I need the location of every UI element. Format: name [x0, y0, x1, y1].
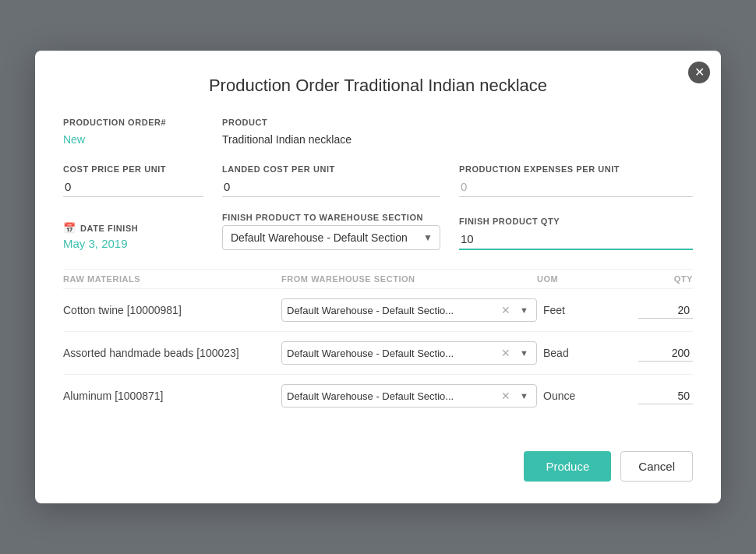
production-expenses-field: PRODUCTION EXPENSES PER UNIT [459, 164, 693, 197]
production-order-field: PRODUCTION ORDER# New [63, 118, 203, 149]
production-order-value: New [63, 130, 203, 149]
finish-qty-label: FINISH PRODUCT QTY [459, 217, 693, 226]
finish-qty-field: FINISH PRODUCT QTY [459, 217, 693, 250]
date-finish-value[interactable]: May 3, 2019 [63, 237, 203, 250]
table-header: RAW MATERIALS FROM WAREHOUSE SECTION UOM… [63, 269, 693, 288]
product-value: Traditional Indian necklace [222, 130, 440, 149]
col-from-warehouse-header: FROM WAREHOUSE SECTION [281, 274, 537, 284]
calendar-icon: 📅 [63, 222, 76, 234]
cancel-button[interactable]: Cancel [620, 451, 693, 482]
close-icon: ✕ [694, 66, 705, 79]
warehouse-dropdown-0[interactable]: ▼ [517, 304, 532, 316]
finish-warehouse-select-wrapper: Default Warehouse - Default Section ▼ [222, 225, 440, 250]
warehouse-combo-1[interactable]: Default Warehouse - Default Sectio... ✕ … [281, 341, 537, 365]
finish-qty-input[interactable] [459, 229, 693, 250]
material-name-1: Assorted handmade beads [100023] [63, 347, 281, 359]
warehouse-combo-2[interactable]: Default Warehouse - Default Sectio... ✕ … [281, 384, 537, 408]
uom-0: Feet [537, 304, 615, 316]
qty-input-1[interactable] [638, 345, 693, 362]
product-label: PRODUCT [222, 118, 440, 127]
date-finish-field: 📅 DATE FINISH May 3, 2019 [63, 222, 203, 250]
warehouse-combo-text-0: Default Warehouse - Default Sectio... [287, 305, 495, 316]
warehouse-clear-2[interactable]: ✕ [498, 388, 514, 404]
modal-dialog: ✕ Production Order Traditional Indian ne… [35, 51, 721, 503]
finish-warehouse-field: FINISH PRODUCT TO WAREHOUSE SECTION Defa… [222, 213, 440, 250]
warehouse-combo-text-2: Default Warehouse - Default Sectio... [287, 390, 495, 402]
warehouse-clear-1[interactable]: ✕ [498, 345, 514, 361]
table-row: Cotton twine [10000981] Default Warehous… [63, 288, 693, 331]
col-raw-materials-header: RAW MATERIALS [63, 274, 281, 284]
production-order-label: PRODUCTION ORDER# [63, 118, 203, 127]
warehouse-dropdown-2[interactable]: ▼ [517, 390, 532, 402]
col-qty-header: QTY [615, 274, 693, 284]
uom-1: Bead [537, 347, 615, 359]
cost-price-label: COST PRICE PER UNIT [63, 164, 203, 174]
warehouse-combo-text-1: Default Warehouse - Default Sectio... [287, 348, 495, 359]
landed-cost-label: LANDED COST PER UNIT [222, 164, 440, 174]
warehouse-clear-0[interactable]: ✕ [498, 302, 514, 318]
modal-footer: Produce Cancel [63, 442, 693, 482]
modal-title: Production Order Traditional Indian neck… [63, 76, 693, 96]
date-finish-label: DATE FINISH [80, 224, 138, 233]
cost-price-field: COST PRICE PER UNIT [63, 164, 203, 197]
material-name-2: Aluminum [1000871] [63, 390, 281, 402]
table-row: Aluminum [1000871] Default Warehouse - D… [63, 374, 693, 417]
cost-price-input[interactable] [63, 177, 203, 197]
col-uom-header: UOM [537, 274, 615, 284]
uom-2: Ounce [537, 390, 615, 402]
production-expenses-label: PRODUCTION EXPENSES PER UNIT [459, 164, 693, 174]
warehouse-dropdown-1[interactable]: ▼ [517, 347, 532, 359]
landed-cost-field: LANDED COST PER UNIT [222, 164, 440, 197]
warehouse-combo-0[interactable]: Default Warehouse - Default Sectio... ✕ … [281, 298, 537, 322]
finish-warehouse-select[interactable]: Default Warehouse - Default Section [222, 225, 440, 250]
product-field: PRODUCT Traditional Indian necklace [222, 118, 440, 149]
material-name-0: Cotton twine [10000981] [63, 304, 281, 316]
landed-cost-input[interactable] [222, 177, 440, 197]
close-button[interactable]: ✕ [688, 62, 710, 83]
finish-warehouse-label: FINISH PRODUCT TO WAREHOUSE SECTION [222, 213, 440, 222]
table-row: Assorted handmade beads [100023] Default… [63, 331, 693, 374]
modal-overlay: ✕ Production Order Traditional Indian ne… [0, 0, 756, 554]
qty-input-2[interactable] [638, 388, 693, 404]
production-expenses-input[interactable] [459, 177, 693, 197]
produce-button[interactable]: Produce [524, 451, 611, 482]
qty-input-0[interactable] [638, 302, 693, 319]
